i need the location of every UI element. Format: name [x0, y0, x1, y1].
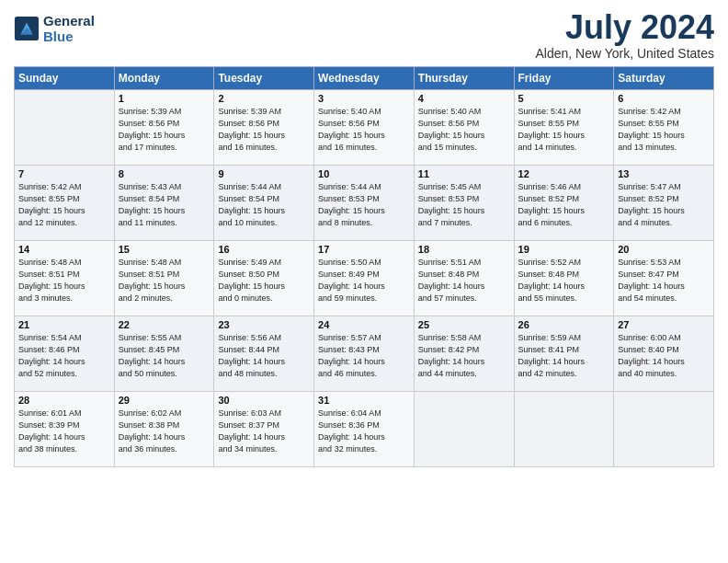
day-number: 2 — [218, 93, 310, 104]
calendar-week-1: 1Sunrise: 5:39 AM Sunset: 8:56 PM Daylig… — [15, 89, 714, 165]
day-info: Sunrise: 5:49 AM Sunset: 8:50 PM Dayligh… — [218, 257, 310, 304]
day-info: Sunrise: 5:44 AM Sunset: 8:54 PM Dayligh… — [218, 181, 310, 229]
day-info: Sunrise: 5:55 AM Sunset: 8:45 PM Dayligh… — [119, 332, 210, 380]
day-number: 21 — [18, 319, 110, 330]
logo-icon — [14, 16, 40, 41]
day-info: Sunrise: 6:03 AM Sunset: 8:37 PM Dayligh… — [218, 408, 310, 455]
day-number: 26 — [518, 319, 610, 330]
day-number: 22 — [119, 319, 210, 330]
day-info: Sunrise: 5:40 AM Sunset: 8:56 PM Dayligh… — [318, 106, 410, 154]
day-number: 17 — [318, 244, 410, 255]
main-container: General Blue July 2024 Alden, New York, … — [0, 0, 728, 563]
calendar-week-2: 7Sunrise: 5:42 AM Sunset: 8:55 PM Daylig… — [15, 165, 714, 240]
logo-text: General Blue — [43, 13, 95, 44]
day-number: 11 — [418, 168, 510, 179]
calendar-cell: 4Sunrise: 5:40 AM Sunset: 8:56 PM Daylig… — [414, 89, 514, 165]
day-info: Sunrise: 6:02 AM Sunset: 8:38 PM Dayligh… — [119, 408, 210, 455]
day-info: Sunrise: 5:56 AM Sunset: 8:44 PM Dayligh… — [218, 332, 310, 380]
day-number: 30 — [218, 395, 310, 406]
day-info: Sunrise: 5:57 AM Sunset: 8:43 PM Dayligh… — [318, 332, 410, 380]
calendar-week-4: 21Sunrise: 5:54 AM Sunset: 8:46 PM Dayli… — [15, 316, 714, 391]
weekday-header-friday: Friday — [514, 66, 614, 89]
calendar-cell: 11Sunrise: 5:45 AM Sunset: 8:53 PM Dayli… — [414, 165, 514, 240]
calendar-cell: 16Sunrise: 5:49 AM Sunset: 8:50 PM Dayli… — [214, 240, 314, 316]
day-info: Sunrise: 5:42 AM Sunset: 8:55 PM Dayligh… — [18, 181, 110, 229]
day-info: Sunrise: 6:04 AM Sunset: 8:36 PM Dayligh… — [318, 408, 410, 455]
calendar-body: 1Sunrise: 5:39 AM Sunset: 8:56 PM Daylig… — [15, 89, 714, 466]
day-number: 19 — [518, 244, 610, 255]
calendar-cell: 13Sunrise: 5:47 AM Sunset: 8:52 PM Dayli… — [614, 165, 714, 240]
calendar-cell: 20Sunrise: 5:53 AM Sunset: 8:47 PM Dayli… — [614, 240, 714, 316]
weekday-header-wednesday: Wednesday — [314, 66, 415, 89]
day-number: 5 — [518, 93, 610, 104]
day-info: Sunrise: 5:45 AM Sunset: 8:53 PM Dayligh… — [418, 181, 510, 229]
weekday-header-sunday: Sunday — [15, 66, 115, 89]
calendar-cell: 9Sunrise: 5:44 AM Sunset: 8:54 PM Daylig… — [214, 165, 314, 240]
calendar-week-5: 28Sunrise: 6:01 AM Sunset: 8:39 PM Dayli… — [15, 391, 714, 466]
day-number: 15 — [119, 244, 210, 255]
day-number: 24 — [318, 319, 410, 330]
calendar-cell: 24Sunrise: 5:57 AM Sunset: 8:43 PM Dayli… — [314, 316, 415, 391]
day-info: Sunrise: 5:39 AM Sunset: 8:56 PM Dayligh… — [218, 106, 310, 154]
calendar-cell — [414, 391, 514, 466]
calendar-cell: 28Sunrise: 6:01 AM Sunset: 8:39 PM Dayli… — [15, 391, 115, 466]
day-info: Sunrise: 5:48 AM Sunset: 8:51 PM Dayligh… — [119, 257, 210, 304]
calendar-cell: 31Sunrise: 6:04 AM Sunset: 8:36 PM Dayli… — [314, 391, 415, 466]
header: General Blue July 2024 Alden, New York, … — [14, 9, 714, 61]
weekday-row: SundayMondayTuesdayWednesdayThursdayFrid… — [15, 66, 714, 89]
calendar-cell: 25Sunrise: 5:58 AM Sunset: 8:42 PM Dayli… — [414, 316, 514, 391]
day-info: Sunrise: 5:52 AM Sunset: 8:48 PM Dayligh… — [518, 257, 610, 304]
day-number: 28 — [18, 395, 110, 406]
day-number: 1 — [119, 93, 210, 104]
calendar-week-3: 14Sunrise: 5:48 AM Sunset: 8:51 PM Dayli… — [15, 240, 714, 316]
calendar-cell — [514, 391, 614, 466]
calendar-cell: 26Sunrise: 5:59 AM Sunset: 8:41 PM Dayli… — [514, 316, 614, 391]
day-info: Sunrise: 5:50 AM Sunset: 8:49 PM Dayligh… — [318, 257, 410, 304]
calendar-cell: 5Sunrise: 5:41 AM Sunset: 8:55 PM Daylig… — [514, 89, 614, 165]
calendar-cell: 23Sunrise: 5:56 AM Sunset: 8:44 PM Dayli… — [214, 316, 314, 391]
day-info: Sunrise: 5:41 AM Sunset: 8:55 PM Dayligh… — [518, 106, 610, 154]
day-info: Sunrise: 5:54 AM Sunset: 8:46 PM Dayligh… — [18, 332, 110, 380]
day-number: 7 — [18, 168, 110, 179]
location: Alden, New York, United States — [535, 46, 714, 61]
weekday-header-thursday: Thursday — [414, 66, 514, 89]
day-info: Sunrise: 5:58 AM Sunset: 8:42 PM Dayligh… — [418, 332, 510, 380]
day-number: 18 — [418, 244, 510, 255]
calendar-header: SundayMondayTuesdayWednesdayThursdayFrid… — [15, 66, 714, 89]
calendar-cell — [614, 391, 714, 466]
day-info: Sunrise: 5:59 AM Sunset: 8:41 PM Dayligh… — [518, 332, 610, 380]
month-year: July 2024 — [535, 9, 714, 46]
weekday-header-saturday: Saturday — [614, 66, 714, 89]
day-info: Sunrise: 5:40 AM Sunset: 8:56 PM Dayligh… — [418, 106, 510, 154]
day-number: 23 — [218, 319, 310, 330]
day-info: Sunrise: 5:48 AM Sunset: 8:51 PM Dayligh… — [18, 257, 110, 304]
calendar-cell: 7Sunrise: 5:42 AM Sunset: 8:55 PM Daylig… — [15, 165, 115, 240]
calendar-cell: 3Sunrise: 5:40 AM Sunset: 8:56 PM Daylig… — [314, 89, 415, 165]
day-info: Sunrise: 6:00 AM Sunset: 8:40 PM Dayligh… — [618, 332, 710, 380]
day-number: 4 — [418, 93, 510, 104]
day-info: Sunrise: 5:46 AM Sunset: 8:52 PM Dayligh… — [518, 181, 610, 229]
day-info: Sunrise: 5:43 AM Sunset: 8:54 PM Dayligh… — [119, 181, 210, 229]
day-number: 25 — [418, 319, 510, 330]
day-info: Sunrise: 5:47 AM Sunset: 8:52 PM Dayligh… — [618, 181, 710, 229]
calendar-cell: 17Sunrise: 5:50 AM Sunset: 8:49 PM Dayli… — [314, 240, 415, 316]
day-number: 6 — [618, 93, 710, 104]
day-number: 13 — [618, 168, 710, 179]
calendar-cell: 21Sunrise: 5:54 AM Sunset: 8:46 PM Dayli… — [15, 316, 115, 391]
day-number: 3 — [318, 93, 410, 104]
calendar-cell: 19Sunrise: 5:52 AM Sunset: 8:48 PM Dayli… — [514, 240, 614, 316]
calendar-cell: 6Sunrise: 5:42 AM Sunset: 8:55 PM Daylig… — [614, 89, 714, 165]
day-number: 14 — [18, 244, 110, 255]
day-number: 10 — [318, 168, 410, 179]
day-info: Sunrise: 5:51 AM Sunset: 8:48 PM Dayligh… — [418, 257, 510, 304]
day-number: 12 — [518, 168, 610, 179]
calendar-cell: 2Sunrise: 5:39 AM Sunset: 8:56 PM Daylig… — [214, 89, 314, 165]
day-number: 29 — [119, 395, 210, 406]
calendar-cell — [15, 89, 115, 165]
calendar-cell: 15Sunrise: 5:48 AM Sunset: 8:51 PM Dayli… — [114, 240, 214, 316]
calendar-cell: 8Sunrise: 5:43 AM Sunset: 8:54 PM Daylig… — [114, 165, 214, 240]
calendar-cell: 1Sunrise: 5:39 AM Sunset: 8:56 PM Daylig… — [114, 89, 214, 165]
title-block: July 2024 Alden, New York, United States — [535, 9, 714, 61]
calendar-cell: 10Sunrise: 5:44 AM Sunset: 8:53 PM Dayli… — [314, 165, 415, 240]
calendar-table: SundayMondayTuesdayWednesdayThursdayFrid… — [14, 66, 714, 467]
